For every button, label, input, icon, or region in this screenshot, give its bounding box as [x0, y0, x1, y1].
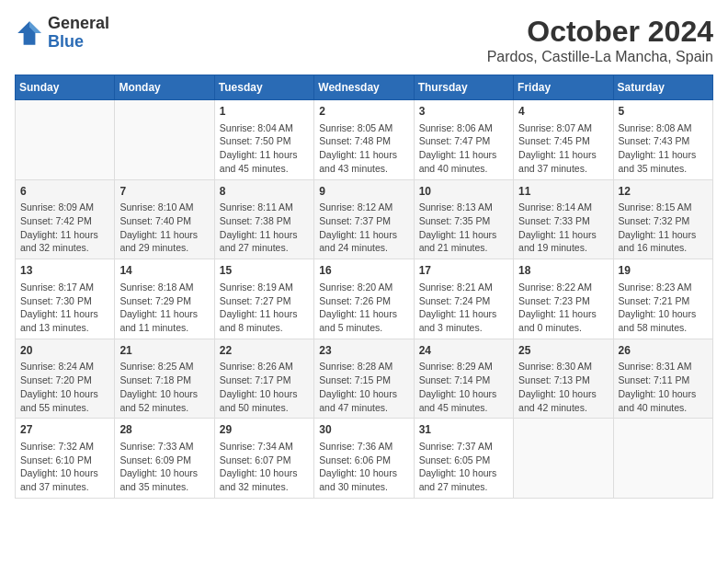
day-number: 25: [518, 343, 608, 359]
day-number: 24: [419, 343, 508, 359]
day-number: 5: [619, 104, 708, 120]
day-header-friday: Friday: [514, 75, 613, 100]
day-number: 26: [619, 343, 708, 359]
calendar-cell: 23Sunrise: 8:28 AM Sunset: 7:15 PM Dayli…: [314, 339, 414, 419]
day-info: Sunrise: 8:14 AM Sunset: 7:33 PM Dayligh…: [518, 201, 608, 255]
calendar-title: October 2024: [487, 15, 713, 49]
calendar-cell: 11Sunrise: 8:14 AM Sunset: 7:33 PM Dayli…: [514, 179, 613, 259]
day-number: 4: [518, 104, 608, 120]
calendar-cell: 24Sunrise: 8:29 AM Sunset: 7:14 PM Dayli…: [414, 339, 513, 419]
calendar-table: SundayMondayTuesdayWednesdayThursdayFrid…: [15, 75, 713, 499]
calendar-cell: 31Sunrise: 7:37 AM Sunset: 6:05 PM Dayli…: [414, 419, 513, 499]
calendar-cell: 26Sunrise: 8:31 AM Sunset: 7:11 PM Dayli…: [613, 339, 712, 419]
header: General Blue October 2024 Pardos, Castil…: [15, 15, 713, 65]
day-info: Sunrise: 8:29 AM Sunset: 7:14 PM Dayligh…: [419, 360, 508, 414]
calendar-cell: 30Sunrise: 7:36 AM Sunset: 6:06 PM Dayli…: [314, 419, 414, 499]
day-number: 17: [419, 263, 508, 279]
day-info: Sunrise: 8:05 AM Sunset: 7:48 PM Dayligh…: [319, 121, 408, 176]
day-info: Sunrise: 8:04 AM Sunset: 7:50 PM Dayligh…: [220, 121, 309, 176]
day-number: 30: [319, 422, 408, 438]
day-info: Sunrise: 8:20 AM Sunset: 7:26 PM Dayligh…: [319, 281, 408, 335]
day-info: Sunrise: 8:13 AM Sunset: 7:35 PM Dayligh…: [419, 201, 508, 255]
calendar-week-row: 27Sunrise: 7:32 AM Sunset: 6:10 PM Dayli…: [16, 419, 713, 499]
calendar-cell: 18Sunrise: 8:22 AM Sunset: 7:23 PM Dayli…: [514, 259, 613, 339]
day-number: 31: [419, 422, 508, 438]
day-number: 2: [319, 104, 408, 120]
day-info: Sunrise: 8:31 AM Sunset: 7:11 PM Dayligh…: [619, 360, 708, 414]
day-number: 29: [220, 422, 309, 438]
calendar-cell: 7Sunrise: 8:10 AM Sunset: 7:40 PM Daylig…: [115, 179, 214, 259]
calendar-cell: [514, 419, 613, 499]
calendar-week-row: 6Sunrise: 8:09 AM Sunset: 7:42 PM Daylig…: [16, 179, 713, 259]
day-number: 13: [20, 263, 109, 279]
calendar-cell: 8Sunrise: 8:11 AM Sunset: 7:38 PM Daylig…: [214, 179, 313, 259]
calendar-cell: 22Sunrise: 8:26 AM Sunset: 7:17 PM Dayli…: [214, 339, 313, 419]
calendar-cell: 29Sunrise: 7:34 AM Sunset: 6:07 PM Dayli…: [214, 419, 313, 499]
day-info: Sunrise: 7:37 AM Sunset: 6:05 PM Dayligh…: [419, 440, 508, 494]
day-info: Sunrise: 7:36 AM Sunset: 6:06 PM Dayligh…: [319, 440, 408, 494]
day-info: Sunrise: 8:23 AM Sunset: 7:21 PM Dayligh…: [619, 281, 708, 335]
day-info: Sunrise: 7:34 AM Sunset: 6:07 PM Dayligh…: [220, 440, 309, 494]
day-info: Sunrise: 8:09 AM Sunset: 7:42 PM Dayligh…: [20, 201, 109, 255]
day-number: 21: [119, 343, 209, 359]
day-number: 20: [20, 343, 109, 359]
calendar-week-row: 13Sunrise: 8:17 AM Sunset: 7:30 PM Dayli…: [16, 259, 713, 339]
logo-general: General: [48, 14, 109, 32]
calendar-cell: 19Sunrise: 8:23 AM Sunset: 7:21 PM Dayli…: [613, 259, 712, 339]
logo-icon: [15, 18, 44, 48]
day-info: Sunrise: 7:33 AM Sunset: 6:09 PM Dayligh…: [119, 440, 209, 494]
day-number: 28: [119, 422, 209, 438]
day-number: 14: [119, 263, 209, 279]
day-info: Sunrise: 8:28 AM Sunset: 7:15 PM Dayligh…: [319, 360, 408, 414]
day-info: Sunrise: 7:32 AM Sunset: 6:10 PM Dayligh…: [20, 440, 109, 494]
calendar-cell: [613, 419, 712, 499]
day-number: 19: [619, 263, 708, 279]
day-info: Sunrise: 8:24 AM Sunset: 7:20 PM Dayligh…: [20, 360, 109, 414]
calendar-cell: 16Sunrise: 8:20 AM Sunset: 7:26 PM Dayli…: [314, 259, 414, 339]
calendar-cell: 14Sunrise: 8:18 AM Sunset: 7:29 PM Dayli…: [115, 259, 214, 339]
day-number: 15: [220, 263, 309, 279]
calendar-week-row: 1Sunrise: 8:04 AM Sunset: 7:50 PM Daylig…: [16, 100, 713, 180]
day-info: Sunrise: 8:19 AM Sunset: 7:27 PM Dayligh…: [220, 281, 309, 335]
day-info: Sunrise: 8:21 AM Sunset: 7:24 PM Dayligh…: [419, 281, 508, 335]
day-info: Sunrise: 8:10 AM Sunset: 7:40 PM Dayligh…: [119, 201, 209, 255]
day-header-saturday: Saturday: [613, 75, 712, 100]
day-info: Sunrise: 8:12 AM Sunset: 7:37 PM Dayligh…: [319, 201, 408, 255]
day-number: 12: [619, 184, 708, 200]
day-number: 10: [419, 184, 508, 200]
day-info: Sunrise: 8:25 AM Sunset: 7:18 PM Dayligh…: [119, 360, 209, 414]
calendar-cell: 2Sunrise: 8:05 AM Sunset: 7:48 PM Daylig…: [314, 100, 414, 180]
calendar-cell: 1Sunrise: 8:04 AM Sunset: 7:50 PM Daylig…: [214, 100, 313, 180]
day-header-thursday: Thursday: [414, 75, 513, 100]
calendar-cell: 10Sunrise: 8:13 AM Sunset: 7:35 PM Dayli…: [414, 179, 513, 259]
day-number: 18: [518, 263, 608, 279]
calendar-cell: 5Sunrise: 8:08 AM Sunset: 7:43 PM Daylig…: [613, 100, 712, 180]
day-header-sunday: Sunday: [16, 75, 115, 100]
calendar-cell: 25Sunrise: 8:30 AM Sunset: 7:13 PM Dayli…: [514, 339, 613, 419]
calendar-cell: 28Sunrise: 7:33 AM Sunset: 6:09 PM Dayli…: [115, 419, 214, 499]
day-info: Sunrise: 8:17 AM Sunset: 7:30 PM Dayligh…: [20, 281, 109, 335]
logo: General Blue: [15, 15, 109, 52]
day-info: Sunrise: 8:08 AM Sunset: 7:43 PM Dayligh…: [619, 121, 708, 176]
day-info: Sunrise: 8:06 AM Sunset: 7:47 PM Dayligh…: [419, 121, 508, 176]
calendar-cell: [16, 100, 115, 180]
day-header-monday: Monday: [115, 75, 214, 100]
day-info: Sunrise: 8:26 AM Sunset: 7:17 PM Dayligh…: [220, 360, 309, 414]
day-number: 6: [20, 184, 109, 200]
day-number: 3: [419, 104, 508, 120]
calendar-cell: 13Sunrise: 8:17 AM Sunset: 7:30 PM Dayli…: [16, 259, 115, 339]
calendar-cell: 4Sunrise: 8:07 AM Sunset: 7:45 PM Daylig…: [514, 100, 613, 180]
day-number: 16: [319, 263, 408, 279]
calendar-cell: 21Sunrise: 8:25 AM Sunset: 7:18 PM Dayli…: [115, 339, 214, 419]
logo-blue: Blue: [48, 32, 84, 51]
calendar-header-row: SundayMondayTuesdayWednesdayThursdayFrid…: [16, 75, 713, 100]
title-block: October 2024 Pardos, Castille-La Mancha,…: [487, 15, 713, 65]
day-info: Sunrise: 8:18 AM Sunset: 7:29 PM Dayligh…: [119, 281, 209, 335]
logo-text: General Blue: [48, 15, 109, 52]
day-number: 7: [119, 184, 209, 200]
day-info: Sunrise: 8:22 AM Sunset: 7:23 PM Dayligh…: [518, 281, 608, 335]
calendar-cell: 9Sunrise: 8:12 AM Sunset: 7:37 PM Daylig…: [314, 179, 414, 259]
calendar-week-row: 20Sunrise: 8:24 AM Sunset: 7:20 PM Dayli…: [16, 339, 713, 419]
day-info: Sunrise: 8:11 AM Sunset: 7:38 PM Dayligh…: [220, 201, 309, 255]
calendar-cell: 15Sunrise: 8:19 AM Sunset: 7:27 PM Dayli…: [214, 259, 313, 339]
